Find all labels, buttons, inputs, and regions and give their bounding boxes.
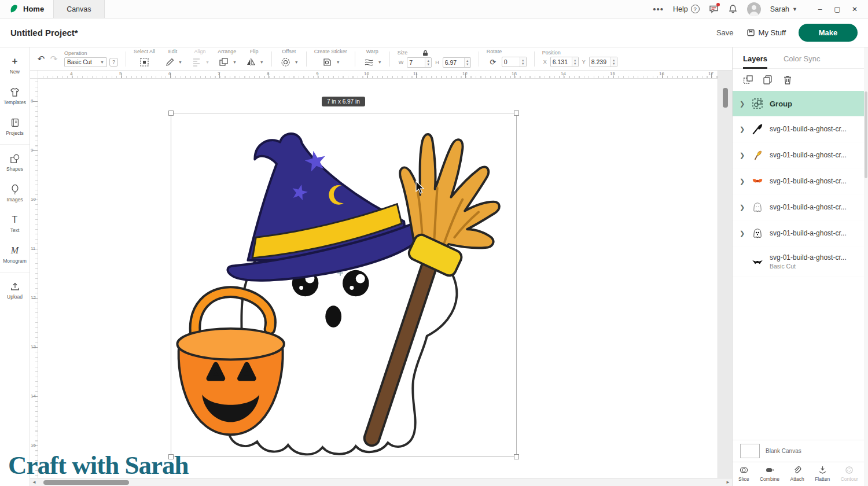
tab-layers[interactable]: Layers <box>743 54 767 63</box>
ruler-mark: 10 <box>364 71 369 76</box>
blank-canvas-row[interactable]: Blank Canvas <box>733 440 864 462</box>
layer-row[interactable]: ❯ svg-01-build-a-ghost-cr... <box>733 142 868 168</box>
save-button[interactable]: Save <box>716 28 734 37</box>
chevron-right-icon[interactable]: ❯ <box>740 204 745 211</box>
sidebar-item-text[interactable]: T Text <box>0 208 30 239</box>
chevron-right-icon[interactable]: ❯ <box>740 230 745 237</box>
flip-button[interactable] <box>245 56 258 68</box>
edit-button[interactable] <box>163 56 176 68</box>
undo-button[interactable]: ↶ <box>35 53 47 65</box>
home-tab[interactable]: Home <box>0 0 53 18</box>
position-y-input[interactable] <box>590 57 610 67</box>
position-x-stepper[interactable]: ▲▼ <box>550 57 579 67</box>
width-stepper[interactable]: ▲▼ <box>407 57 432 68</box>
scroll-right-icon[interactable]: ► <box>724 480 732 485</box>
flatten-button[interactable]: Flatten <box>815 465 830 486</box>
arrange-button[interactable] <box>218 56 230 68</box>
position-x-input[interactable] <box>551 57 572 67</box>
ruler-horizontal: 4 5 6 7 8 9 10 11 12 13 14 15 16 17 <box>38 71 718 79</box>
create-sticker-button[interactable] <box>321 56 334 68</box>
horizontal-scrollbar-thumb[interactable] <box>43 480 129 485</box>
offset-group: Offset ▼ <box>279 49 299 68</box>
rotate-icon[interactable]: ⟳ <box>487 56 499 68</box>
layer-row[interactable]: ❯ svg-01-build-a-ghost-cr... <box>733 116 868 142</box>
chevron-down-icon[interactable]: ▼ <box>205 60 209 64</box>
layer-row[interactable]: ❯ svg-01-build-a-ghost-cr... <box>733 194 868 220</box>
selection-bounding-box[interactable] <box>171 113 517 457</box>
sidebar-item-images[interactable]: Images <box>0 178 30 208</box>
chevron-down-icon[interactable]: ▼ <box>178 60 182 64</box>
ruler-mark: 13 <box>512 71 517 76</box>
stepper-arrows[interactable]: ▲▼ <box>425 58 431 67</box>
canvas-tab[interactable]: Canvas <box>53 0 104 18</box>
my-stuff-button[interactable]: My Stuff <box>746 28 786 37</box>
chevron-down-icon[interactable]: ▼ <box>260 60 264 64</box>
chevron-down-icon[interactable]: ▼ <box>336 60 340 64</box>
position-y-stepper[interactable]: ▲▼ <box>589 57 617 67</box>
sidebar-item-shapes[interactable]: Shapes <box>0 147 30 178</box>
lock-icon[interactable] <box>422 50 428 56</box>
feedback-icon[interactable] <box>709 4 719 14</box>
vertical-scrollbar[interactable] <box>723 88 728 108</box>
ghost-artwork[interactable] <box>171 113 517 458</box>
chevron-right-icon[interactable]: ❯ <box>740 152 745 159</box>
align-button[interactable] <box>190 56 203 68</box>
chevron-down-icon: ▼ <box>792 6 797 12</box>
chevron-down-icon[interactable]: ▼ <box>233 60 237 64</box>
sidebar-item-templates[interactable]: Templates <box>0 80 30 111</box>
stepper-arrows[interactable]: ▲▼ <box>572 57 578 67</box>
scroll-left-icon[interactable]: ◄ <box>30 480 38 485</box>
sidebar-item-upload[interactable]: Upload <box>0 275 30 305</box>
selection-handle-top-left[interactable] <box>168 111 174 116</box>
close-button[interactable]: ✕ <box>846 0 863 19</box>
bell-icon[interactable] <box>728 4 738 14</box>
user-menu[interactable]: Sarah ▼ <box>770 5 797 13</box>
sidebar-item-projects[interactable]: Projects <box>0 111 30 142</box>
maximize-button[interactable]: ▢ <box>829 0 846 19</box>
selection-handle-bottom-right[interactable] <box>514 454 519 459</box>
height-input[interactable] <box>443 58 464 67</box>
more-menu-icon[interactable]: ••• <box>653 4 664 14</box>
chevron-down-icon[interactable]: ▼ <box>378 60 382 64</box>
help-button[interactable]: Help ? <box>673 5 700 13</box>
width-input[interactable] <box>407 58 425 67</box>
redo-button[interactable]: ↷ <box>47 53 60 65</box>
tab-color-sync[interactable]: Color Sync <box>784 54 821 63</box>
operation-help-button[interactable]: ? <box>109 58 118 67</box>
group-objects-icon[interactable] <box>743 75 753 85</box>
stepper-arrows[interactable]: ▲▼ <box>520 57 526 67</box>
chevron-right-icon[interactable]: ❯ <box>740 100 745 108</box>
slice-button[interactable]: Slice <box>738 465 749 486</box>
layers-scrollbar[interactable] <box>864 47 868 486</box>
chevron-down-icon[interactable]: ▼ <box>295 60 299 64</box>
avatar[interactable] <box>747 2 761 16</box>
offset-button[interactable] <box>279 56 292 68</box>
minimize-button[interactable]: – <box>811 0 829 19</box>
chevron-right-icon[interactable]: ❯ <box>740 178 745 185</box>
layer-row[interactable]: ❯ svg-01-build-a-ghost-cr... Basic Cut <box>733 246 868 277</box>
duplicate-icon[interactable] <box>763 75 773 85</box>
select-all-button[interactable] <box>138 56 151 68</box>
layer-row[interactable]: ❯ svg-01-build-a-ghost-cr... <box>733 220 868 246</box>
chevron-right-icon[interactable]: ❯ <box>740 126 745 133</box>
operation-select[interactable]: Basic Cut ▼ <box>64 57 107 67</box>
sidebar-item-new[interactable]: + New <box>0 50 30 80</box>
stepper-arrows[interactable]: ▲▼ <box>464 58 470 67</box>
warp-button[interactable] <box>363 56 376 68</box>
text-icon: T <box>9 214 21 226</box>
rotate-stepper[interactable]: ▲▼ <box>502 57 527 67</box>
layer-group-row[interactable]: ❯ Group <box>733 91 868 116</box>
layer-row[interactable]: ❯ svg-01-build-a-ghost-cr... <box>733 168 868 194</box>
make-button[interactable]: Make <box>799 24 858 42</box>
sidebar-item-monogram[interactable]: M Monogram <box>0 239 30 270</box>
size-group: Size W ▲▼ H ▲▼ <box>398 50 471 68</box>
rotate-input[interactable] <box>502 57 520 67</box>
stepper-arrows[interactable]: ▲▼ <box>610 57 617 67</box>
canvas-color-swatch[interactable] <box>740 444 760 458</box>
height-stepper[interactable]: ▲▼ <box>443 57 471 68</box>
delete-icon[interactable] <box>782 75 793 85</box>
combine-button[interactable]: Combine <box>760 465 779 486</box>
shapes-icon <box>9 153 21 164</box>
attach-button[interactable]: Attach <box>790 465 804 486</box>
selection-handle-top-right[interactable] <box>514 111 519 116</box>
